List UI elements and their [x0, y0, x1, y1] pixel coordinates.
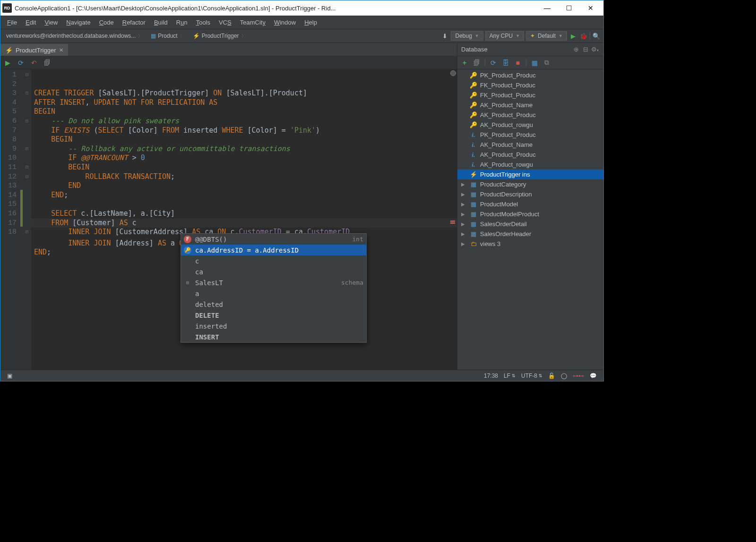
- menu-window[interactable]: Window: [270, 18, 300, 27]
- fold-gutter[interactable]: ⊟⊟⊟⊟⊟⊟⊟: [23, 69, 31, 370]
- expand-icon[interactable]: ▶: [461, 231, 467, 237]
- autocomplete-item[interactable]: INSERT: [181, 331, 366, 342]
- editor-toolbar: ▶ ⟳ ↶ 🗐: [0, 56, 457, 69]
- menu-view[interactable]: View: [41, 18, 61, 27]
- db-tree-item[interactable]: 🔑AK_Product_Produc: [457, 110, 603, 120]
- db-tree-item[interactable]: 🔑PK_Product_Produc: [457, 70, 603, 80]
- autocomplete-item[interactable]: ⊞SalesLTschema: [181, 277, 366, 288]
- menubar: File Edit View Navigate Code Refactor Bu…: [0, 16, 603, 29]
- db-tree-item[interactable]: i.PK_Product_Produc: [457, 130, 603, 140]
- db-tree-item[interactable]: ▶▦ProductCategory: [457, 179, 603, 189]
- db-tree-item[interactable]: ▶▦ProductDescription: [457, 189, 603, 199]
- build-icon[interactable]: ⬇: [440, 32, 449, 40]
- menu-navigate[interactable]: Navigate: [62, 18, 94, 27]
- tool-windows-button[interactable]: ▣: [4, 373, 15, 379]
- expand-icon[interactable]: ▶: [461, 202, 467, 207]
- sync-button[interactable]: 🗄: [501, 59, 510, 67]
- db-tree-item[interactable]: i.AK_Product_Name: [457, 140, 603, 150]
- expand-icon[interactable]: ▶: [461, 241, 467, 246]
- db-tree-item[interactable]: ▶🗀views 3: [457, 239, 603, 249]
- scroll-from-source-icon[interactable]: ⊕: [571, 46, 581, 53]
- breadcrumb-table[interactable]: ▦Product〉: [148, 31, 188, 41]
- menu-help[interactable]: Help: [301, 18, 321, 27]
- autocomplete-item[interactable]: ca: [181, 266, 366, 277]
- console-button[interactable]: ⧉: [542, 59, 551, 67]
- minimize-button[interactable]: —: [536, 1, 558, 15]
- autocomplete-item[interactable]: 🔑ca.AddressID = a.AddressID: [181, 245, 366, 255]
- config-combo[interactable]: Debug▼: [451, 31, 483, 41]
- run-button[interactable]: ▶: [569, 32, 577, 40]
- search-button[interactable]: 🔍: [592, 32, 601, 40]
- menu-tools[interactable]: Tools: [192, 18, 214, 27]
- breadcrumb-db[interactable]: ventureworks@riderinthecloud.database.wi…: [3, 31, 146, 41]
- collapse-icon[interactable]: ⊟: [581, 46, 590, 53]
- menu-refactor[interactable]: Refactor: [119, 18, 149, 27]
- tab-close-button[interactable]: ✕: [59, 47, 63, 53]
- db-tree-item[interactable]: 🔑FK_Product_Produc: [457, 90, 603, 100]
- db-tree-item[interactable]: ⚡ProductTrigger ins: [457, 169, 603, 179]
- expand-icon[interactable]: ▶: [461, 182, 467, 187]
- db-tree-item[interactable]: ▶▦ProductModel: [457, 199, 603, 209]
- menu-edit[interactable]: Edit: [22, 18, 40, 27]
- menu-code[interactable]: Code: [95, 18, 118, 27]
- menu-file[interactable]: File: [3, 18, 21, 27]
- bolt-icon: ⚡: [193, 33, 200, 39]
- db-tree-item[interactable]: 🔑AK_Product_rowgu: [457, 120, 603, 130]
- autocomplete-item[interactable]: a: [181, 288, 366, 299]
- rollback-button[interactable]: ↶: [30, 59, 38, 67]
- maximize-button[interactable]: ☐: [558, 1, 580, 15]
- db-tree-item[interactable]: i.AK_Product_rowgu: [457, 160, 603, 169]
- stop-button[interactable]: ■: [514, 59, 522, 67]
- db-tree-item[interactable]: ▶▦SalesOrderHeader: [457, 229, 603, 239]
- database-tree[interactable]: 🔑PK_Product_Produc🔑FK_Product_Produc🔑FK_…: [457, 69, 603, 370]
- folder-icon: 🗀: [470, 240, 477, 247]
- add-datasource-button[interactable]: +: [460, 59, 469, 67]
- run-config-combo[interactable]: ✦Default▼: [526, 31, 567, 41]
- expand-icon[interactable]: ▶: [461, 192, 467, 197]
- breadcrumb-trigger[interactable]: ⚡ProductTrigger〉: [190, 31, 249, 41]
- db-tree-item[interactable]: 🔑AK_Product_Name: [457, 100, 603, 110]
- table-view-button[interactable]: ▦: [530, 59, 539, 67]
- inspection-indicator[interactable]: [450, 70, 456, 76]
- caret-position[interactable]: 17:38: [481, 373, 501, 379]
- refresh-button[interactable]: ⟳: [17, 59, 25, 67]
- db-tree-item[interactable]: i.AK_Product_Produc: [457, 150, 603, 160]
- menu-build[interactable]: Build: [150, 18, 172, 27]
- db-tree-item[interactable]: 🔑FK_Product_Produc: [457, 80, 603, 90]
- titlebar[interactable]: RD ConsoleApplication1 - [C:\Users\Maart…: [0, 0, 603, 16]
- statusbar: ▣ 17:38 LF⇅ UTF-8⇅ 🔓 ◯ ⊶⊷ 💬: [0, 370, 603, 381]
- duplicate-button[interactable]: 🗐: [472, 59, 481, 67]
- menu-teamcity[interactable]: TeamCity: [236, 18, 269, 27]
- execute-button[interactable]: ▶: [3, 59, 12, 67]
- line-ending[interactable]: LF⇅: [501, 373, 518, 379]
- autocomplete-item[interactable]: F@@DBTS()int: [181, 234, 366, 245]
- lock-icon[interactable]: 🔓: [545, 373, 558, 379]
- autocomplete-popup[interactable]: F@@DBTS()int🔑ca.AddressID = a.AddressIDc…: [180, 233, 367, 343]
- db-tree-item[interactable]: ▶▦ProductModelProduct: [457, 209, 603, 219]
- tab-producttrigger[interactable]: ⚡ ProductTrigger ✕: [0, 44, 68, 56]
- settings-icon[interactable]: ⚙▾: [590, 46, 600, 53]
- autocomplete-item[interactable]: DELETE: [181, 310, 366, 321]
- line-gutter[interactable]: 123456789101112131415161718: [0, 69, 20, 370]
- autocomplete-item[interactable]: inserted: [181, 321, 366, 331]
- nav-toolbar: ventureworks@riderinthecloud.database.wi…: [0, 29, 603, 43]
- refresh-button[interactable]: ⟳: [489, 59, 498, 67]
- expand-icon[interactable]: ▶: [461, 221, 467, 227]
- menu-run[interactable]: Run: [172, 18, 191, 27]
- notifications-icon[interactable]: 💬: [587, 373, 600, 379]
- expand-icon[interactable]: ▶: [461, 212, 467, 217]
- db-tree-item[interactable]: ▶▦SalesOrderDetail: [457, 219, 603, 229]
- close-button[interactable]: ✕: [580, 1, 601, 15]
- table-icon: ▦: [470, 201, 477, 208]
- export-button[interactable]: 🗐: [43, 59, 52, 67]
- platform-combo[interactable]: Any CPU▼: [485, 31, 524, 41]
- database-title: Database: [461, 46, 488, 53]
- menu-vcs[interactable]: VCS: [215, 18, 235, 27]
- memory-indicator[interactable]: ⊶⊷: [570, 373, 587, 379]
- app-icon: RD: [2, 3, 12, 13]
- autocomplete-item[interactable]: c: [181, 255, 366, 266]
- autocomplete-item[interactable]: deleted: [181, 299, 366, 310]
- table-icon: ▦: [470, 181, 477, 188]
- encoding[interactable]: UTF-8⇅: [518, 373, 545, 379]
- debug-button[interactable]: 🐞: [579, 32, 588, 40]
